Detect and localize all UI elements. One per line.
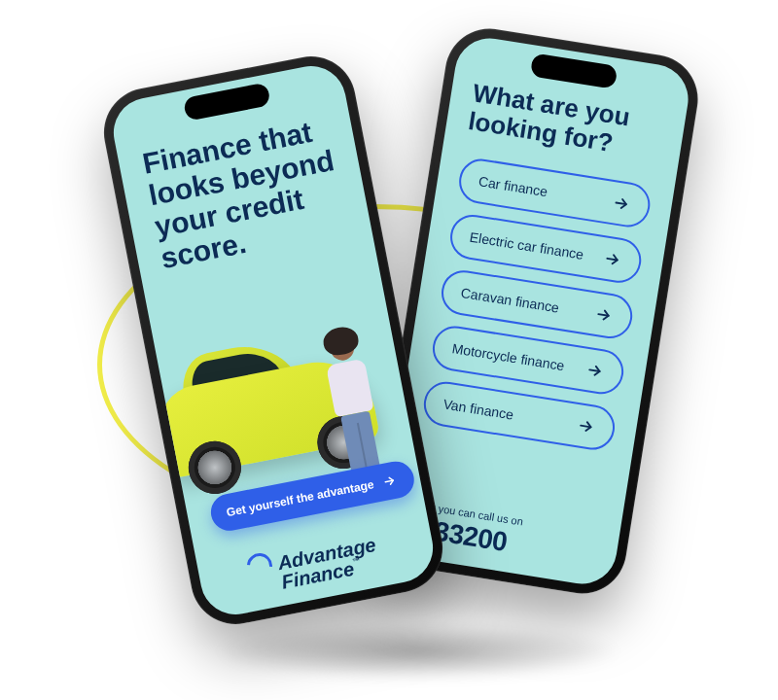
mockup-stage: What are you looking for? Car finance El…: [0, 0, 778, 700]
person-hair: [321, 325, 361, 358]
person-head: [329, 335, 356, 363]
phone-left: Finance that looks beyond your credit sc…: [96, 49, 450, 632]
brand-logo: Advantage Finance™: [245, 531, 380, 594]
dynamic-island-icon: [183, 82, 271, 121]
option-label: Electric car finance: [469, 229, 584, 262]
person-torso: [326, 359, 374, 418]
option-label: Caravan finance: [460, 285, 560, 316]
phone-left-screen: Finance that looks beyond your credit sc…: [108, 60, 440, 620]
list-title: What are you looking for?: [467, 79, 666, 163]
logo-text: Advantage Finance™: [276, 535, 381, 592]
hero-title: Finance that looks beyond your credit sc…: [140, 113, 350, 275]
option-label: Motorcycle finance: [451, 340, 566, 373]
arrow-right-icon: [585, 361, 606, 381]
arrow-right-icon: [379, 471, 400, 491]
arrow-right-icon: [603, 249, 623, 269]
finance-options-list: Car finance Electric car finance Caravan…: [421, 156, 654, 453]
logo-mark-icon: [245, 551, 274, 580]
option-label: Car finance: [477, 173, 548, 199]
trademark: ™: [352, 556, 362, 566]
arrow-right-icon: [612, 193, 632, 214]
option-label: Van finance: [442, 396, 515, 422]
dynamic-island-icon: [530, 52, 619, 88]
person-arms: [332, 370, 365, 388]
arrow-right-icon: [594, 305, 615, 326]
phone-shadow: [214, 622, 622, 681]
arrow-right-icon: [577, 416, 597, 437]
